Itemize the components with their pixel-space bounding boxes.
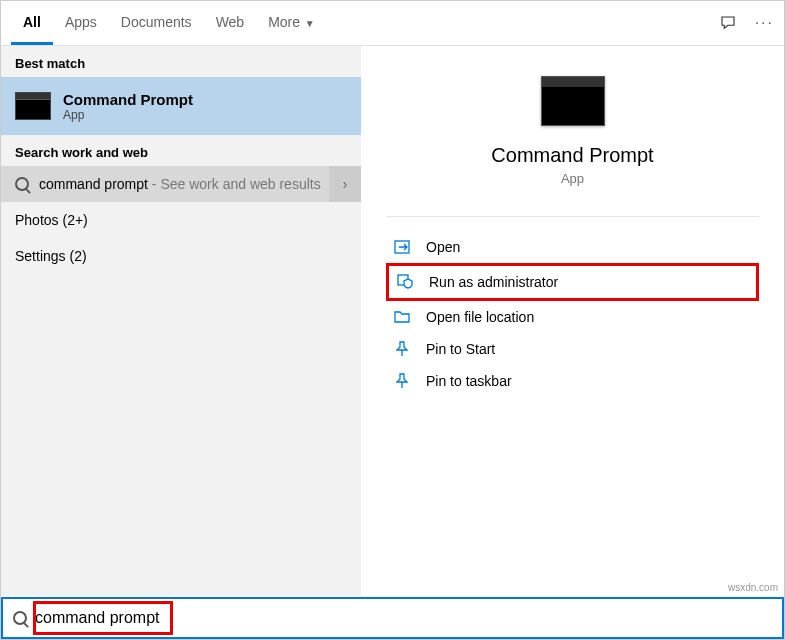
pin-start-icon: [392, 341, 412, 357]
preview-subtitle: App: [386, 171, 759, 186]
action-open-location[interactable]: Open file location: [386, 301, 759, 333]
search-bar[interactable]: [1, 597, 784, 639]
open-icon: [392, 239, 412, 255]
action-run-admin[interactable]: Run as administrator: [386, 263, 759, 301]
tab-documents[interactable]: Documents: [109, 2, 204, 45]
expand-arrow-icon[interactable]: ›: [329, 166, 361, 202]
preview-title: Command Prompt: [386, 144, 759, 167]
action-pin-taskbar-label: Pin to taskbar: [426, 373, 512, 389]
tab-apps[interactable]: Apps: [53, 2, 109, 45]
command-prompt-icon: [15, 92, 51, 120]
action-run-admin-label: Run as administrator: [429, 274, 558, 290]
tab-more[interactable]: More ▼: [256, 2, 327, 45]
tab-all[interactable]: All: [11, 2, 53, 45]
category-settings[interactable]: Settings (2): [1, 238, 361, 274]
tab-web[interactable]: Web: [204, 2, 257, 45]
search-input[interactable]: [35, 609, 782, 627]
web-search-result[interactable]: command prompt - See work and web result…: [1, 166, 361, 202]
top-tab-bar: All Apps Documents Web More ▼ ···: [1, 1, 784, 46]
category-photos[interactable]: Photos (2+): [1, 202, 361, 238]
web-result-text: command prompt - See work and web result…: [39, 176, 329, 192]
main-content: Best match Command Prompt App Search wor…: [1, 46, 784, 596]
web-hint: - See work and web results: [148, 176, 321, 192]
filter-tabs: All Apps Documents Web More ▼: [11, 2, 327, 45]
divider: [386, 216, 759, 217]
preview-pane: Command Prompt App Open Run as administr…: [361, 46, 784, 596]
search-web-header: Search work and web: [1, 135, 361, 166]
search-icon: [15, 177, 29, 191]
feedback-icon[interactable]: [719, 14, 737, 32]
search-icon: [13, 611, 27, 625]
best-match-text: Command Prompt App: [63, 91, 193, 122]
action-pin-start[interactable]: Pin to Start: [386, 333, 759, 365]
preview-app-icon: [541, 76, 605, 126]
web-query: command prompt: [39, 176, 148, 192]
best-match-subtitle: App: [63, 108, 193, 122]
shield-admin-icon: [395, 274, 415, 290]
results-pane: Best match Command Prompt App Search wor…: [1, 46, 361, 596]
watermark: wsxdn.com: [728, 582, 778, 593]
folder-icon: [392, 309, 412, 325]
action-open-label: Open: [426, 239, 460, 255]
pin-taskbar-icon: [392, 373, 412, 389]
action-open-location-label: Open file location: [426, 309, 534, 325]
best-match-result[interactable]: Command Prompt App: [1, 77, 361, 135]
more-options-icon[interactable]: ···: [755, 14, 774, 32]
action-open[interactable]: Open: [386, 231, 759, 263]
action-pin-taskbar[interactable]: Pin to taskbar: [386, 365, 759, 397]
action-pin-start-label: Pin to Start: [426, 341, 495, 357]
best-match-title: Command Prompt: [63, 91, 193, 108]
chevron-down-icon: ▼: [302, 18, 315, 29]
best-match-header: Best match: [1, 46, 361, 77]
topbar-actions: ···: [719, 14, 774, 32]
